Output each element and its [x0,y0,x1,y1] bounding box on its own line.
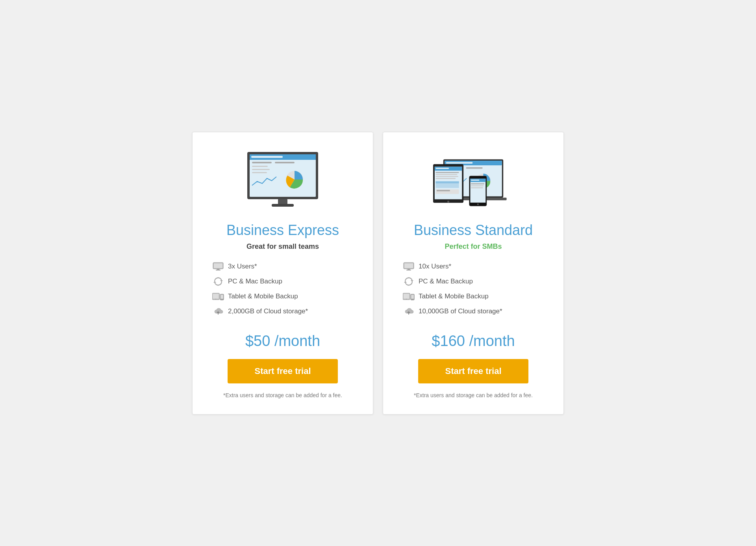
footnote-standard: *Extra users and storage can be added fo… [414,392,533,398]
monitor-illustration [243,150,322,209]
cloud-upload-icon-2 [403,307,415,316]
svg-rect-47 [470,179,485,203]
svg-rect-14 [214,263,222,268]
features-list-express: 3x Users* PC & Mac Backup [212,262,353,322]
svg-rect-57 [406,270,411,270]
svg-rect-26 [446,162,473,164]
svg-rect-8 [252,169,270,170]
feature-backup-express: PC & Mac Backup [212,277,353,286]
sync-icon-2 [403,277,415,286]
feature-backup-standard: PC & Mac Backup [403,277,544,286]
monitor-icon-2 [403,262,415,271]
svg-rect-44 [437,190,450,191]
svg-rect-28 [466,167,482,168]
svg-rect-6 [275,162,295,163]
svg-rect-62 [411,294,414,298]
svg-point-22 [222,299,222,299]
svg-rect-50 [471,183,484,185]
svg-rect-12 [272,204,294,207]
tablet-mobile-icon [212,292,224,301]
svg-rect-11 [278,199,287,205]
feature-tablet-text-2: Tablet & Mobile Backup [419,292,489,300]
svg-rect-55 [404,263,413,268]
svg-rect-36 [435,168,449,169]
svg-rect-2 [250,154,316,197]
feature-backup-text: PC & Mac Backup [228,278,282,285]
trial-button-standard[interactable]: Start free trial [418,359,528,383]
svg-point-60 [406,298,407,299]
tablet-mobile-icon-2 [403,292,415,301]
plan-title-standard: Business Standard [414,222,533,239]
svg-rect-59 [404,294,410,299]
feature-cloud-standard: 10,000GB of Cloud storage* [403,307,544,316]
price-standard: $160 /month [432,333,515,350]
svg-point-63 [412,299,413,299]
feature-users-standard: 10x Users* [403,262,544,271]
svg-rect-37 [435,172,459,173]
plan-subtitle-express: Great for small teams [246,242,319,251]
svg-rect-21 [220,294,223,298]
feature-users-text-2: 10x Users* [419,263,451,270]
svg-rect-52 [471,187,483,189]
multidevice-illustration [430,149,517,210]
card-business-express: Business Express Great for small teams 3… [192,132,373,415]
feature-users-express: 3x Users* [212,262,353,271]
svg-rect-51 [471,185,484,187]
features-list-standard: 10x Users* PC & Mac Backup [403,262,544,322]
pricing-container: Business Express Great for small teams 3… [192,132,564,415]
feature-tablet-standard: Tablet & Mobile Backup [403,292,544,301]
trial-button-express[interactable]: Start free trial [228,359,338,383]
feature-cloud-text-2: 10,000GB of Cloud storage* [419,307,502,315]
feature-tablet-express: Tablet & Mobile Backup [212,292,353,301]
svg-point-19 [215,298,216,299]
price-express: $50 /month [245,333,320,350]
svg-point-53 [477,204,479,205]
svg-rect-9 [252,172,267,173]
sync-icon [212,277,224,286]
svg-rect-7 [252,166,268,167]
plan-subtitle-standard: Perfect for SMBs [445,242,502,251]
cloud-upload-icon [212,307,224,316]
footnote-express: *Extra users and storage can be added fo… [223,392,342,398]
card-image-standard [430,148,517,211]
svg-rect-5 [252,162,272,163]
feature-tablet-text: Tablet & Mobile Backup [228,292,298,300]
svg-rect-49 [471,180,479,181]
svg-rect-18 [213,294,219,299]
svg-rect-4 [251,156,283,158]
feature-users-text: 3x Users* [228,263,257,270]
svg-rect-39 [435,176,458,177]
svg-rect-38 [435,174,457,175]
feature-cloud-express: 2,000GB of Cloud storage* [212,307,353,316]
card-image-express [239,148,326,211]
feature-cloud-text: 2,000GB of Cloud storage* [228,307,308,315]
svg-point-45 [447,201,449,203]
svg-rect-16 [216,270,220,270]
card-business-standard: Business Standard Perfect for SMBs 10x U… [383,132,564,415]
monitor-icon [212,262,224,271]
svg-rect-40 [435,178,456,179]
feature-backup-text-2: PC & Mac Backup [419,278,473,285]
svg-rect-42 [435,181,459,183]
plan-title-express: Business Express [226,222,339,239]
